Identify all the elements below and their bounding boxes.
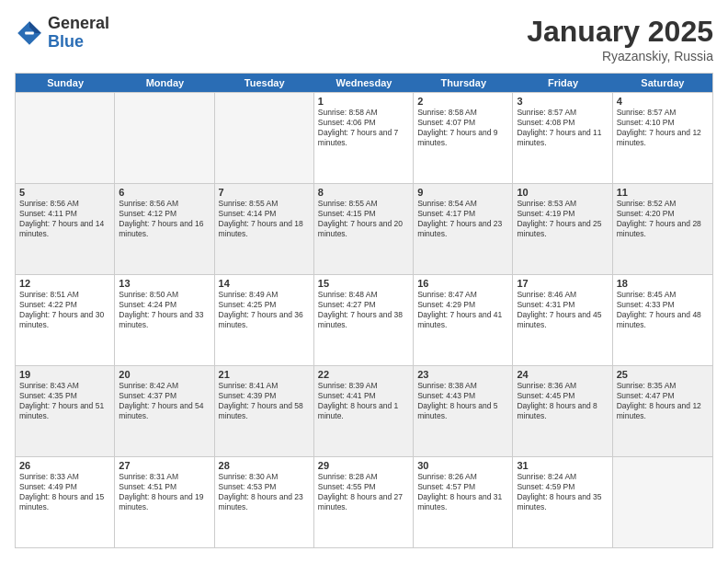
day-number-2-3: 15: [318, 278, 409, 289]
logo-general-text: General: [48, 15, 109, 33]
cal-cell-2-2: 14 Sunrise: 8:49 AMSunset: 4:25 PMDaylig…: [215, 275, 314, 365]
calendar: Sunday Monday Tuesday Wednesday Thursday…: [15, 73, 713, 548]
day-number-0-3: 1: [318, 96, 409, 107]
cal-cell-3-5: 24 Sunrise: 8:36 AMSunset: 4:45 PMDaylig…: [513, 366, 612, 456]
cell-text-3-1: Sunrise: 8:42 AMSunset: 4:37 PMDaylight:…: [119, 381, 210, 421]
cell-text-3-6: Sunrise: 8:35 AMSunset: 4:47 PMDaylight:…: [617, 381, 709, 421]
cell-text-1-6: Sunrise: 8:52 AMSunset: 4:20 PMDaylight:…: [617, 199, 709, 239]
cal-row-2: 12 Sunrise: 8:51 AMSunset: 4:22 PMDaylig…: [16, 274, 712, 365]
cell-text-0-5: Sunrise: 8:57 AMSunset: 4:08 PMDaylight:…: [517, 108, 608, 148]
day-number-2-1: 13: [119, 278, 210, 289]
day-number-2-0: 12: [19, 278, 110, 289]
header-saturday: Saturday: [613, 74, 712, 92]
day-number-1-1: 6: [119, 187, 210, 198]
cell-text-2-2: Sunrise: 8:49 AMSunset: 4:25 PMDaylight:…: [219, 290, 310, 330]
cal-cell-2-3: 15 Sunrise: 8:48 AMSunset: 4:27 PMDaylig…: [314, 275, 414, 365]
svg-rect-2: [25, 31, 34, 34]
cell-text-2-6: Sunrise: 8:45 AMSunset: 4:33 PMDaylight:…: [617, 290, 709, 330]
cell-text-3-3: Sunrise: 8:39 AMSunset: 4:41 PMDaylight:…: [318, 381, 409, 421]
cell-text-4-1: Sunrise: 8:31 AMSunset: 4:51 PMDaylight:…: [119, 472, 210, 512]
cell-text-3-0: Sunrise: 8:43 AMSunset: 4:35 PMDaylight:…: [19, 381, 110, 421]
title-block: January 2025 Ryazanskiy, Russia: [527, 15, 713, 63]
cal-cell-3-3: 22 Sunrise: 8:39 AMSunset: 4:41 PMDaylig…: [314, 366, 414, 456]
cal-row-4: 26 Sunrise: 8:33 AMSunset: 4:49 PMDaylig…: [16, 456, 712, 547]
header-sunday: Sunday: [16, 74, 115, 92]
cell-text-2-0: Sunrise: 8:51 AMSunset: 4:22 PMDaylight:…: [19, 290, 110, 330]
cell-text-0-3: Sunrise: 8:58 AMSunset: 4:06 PMDaylight:…: [318, 108, 409, 148]
cal-cell-3-4: 23 Sunrise: 8:38 AMSunset: 4:43 PMDaylig…: [414, 366, 513, 456]
header: General Blue January 2025 Ryazanskiy, Ru…: [15, 15, 713, 63]
day-number-3-6: 25: [617, 369, 709, 380]
cell-text-1-4: Sunrise: 8:54 AMSunset: 4:17 PMDaylight:…: [417, 199, 508, 239]
day-number-3-0: 19: [19, 369, 110, 380]
cal-cell-0-1: [115, 93, 214, 183]
cal-cell-3-2: 21 Sunrise: 8:41 AMSunset: 4:39 PMDaylig…: [215, 366, 314, 456]
cell-text-1-2: Sunrise: 8:55 AMSunset: 4:14 PMDaylight:…: [219, 199, 310, 239]
cal-cell-2-1: 13 Sunrise: 8:50 AMSunset: 4:24 PMDaylig…: [115, 275, 214, 365]
logo-text: General Blue: [48, 15, 109, 52]
cell-text-4-3: Sunrise: 8:28 AMSunset: 4:55 PMDaylight:…: [318, 472, 409, 512]
location: Ryazanskiy, Russia: [527, 49, 713, 63]
month-title: January 2025: [527, 15, 713, 49]
cal-cell-0-6: 4 Sunrise: 8:57 AMSunset: 4:10 PMDayligh…: [613, 93, 712, 183]
cell-text-3-5: Sunrise: 8:36 AMSunset: 4:45 PMDaylight:…: [517, 381, 608, 421]
cell-text-3-4: Sunrise: 8:38 AMSunset: 4:43 PMDaylight:…: [417, 381, 508, 421]
cal-cell-1-5: 10 Sunrise: 8:53 AMSunset: 4:19 PMDaylig…: [513, 184, 612, 274]
day-number-4-1: 27: [119, 460, 210, 471]
logo-icon: [15, 18, 44, 48]
day-number-1-3: 8: [318, 187, 409, 198]
cell-text-4-2: Sunrise: 8:30 AMSunset: 4:53 PMDaylight:…: [219, 472, 310, 512]
cal-cell-4-3: 29 Sunrise: 8:28 AMSunset: 4:55 PMDaylig…: [314, 457, 414, 547]
cal-cell-2-4: 16 Sunrise: 8:47 AMSunset: 4:29 PMDaylig…: [414, 275, 513, 365]
cell-text-2-4: Sunrise: 8:47 AMSunset: 4:29 PMDaylight:…: [417, 290, 508, 330]
cal-cell-3-6: 25 Sunrise: 8:35 AMSunset: 4:47 PMDaylig…: [613, 366, 712, 456]
cal-cell-0-3: 1 Sunrise: 8:58 AMSunset: 4:06 PMDayligh…: [314, 93, 414, 183]
cell-text-4-4: Sunrise: 8:26 AMSunset: 4:57 PMDaylight:…: [417, 472, 508, 512]
cal-cell-1-4: 9 Sunrise: 8:54 AMSunset: 4:17 PMDayligh…: [414, 184, 513, 274]
cell-text-2-3: Sunrise: 8:48 AMSunset: 4:27 PMDaylight:…: [318, 290, 409, 330]
day-number-1-0: 5: [19, 187, 110, 198]
cell-text-2-1: Sunrise: 8:50 AMSunset: 4:24 PMDaylight:…: [119, 290, 210, 330]
cal-cell-4-6: [613, 457, 712, 547]
cal-cell-2-5: 17 Sunrise: 8:46 AMSunset: 4:31 PMDaylig…: [513, 275, 612, 365]
cal-cell-0-2: [215, 93, 314, 183]
day-number-0-4: 2: [417, 96, 508, 107]
calendar-body: 1 Sunrise: 8:58 AMSunset: 4:06 PMDayligh…: [16, 92, 712, 547]
cal-cell-4-1: 27 Sunrise: 8:31 AMSunset: 4:51 PMDaylig…: [115, 457, 214, 547]
header-tuesday: Tuesday: [215, 74, 314, 92]
day-number-2-6: 18: [617, 278, 709, 289]
cell-text-0-4: Sunrise: 8:58 AMSunset: 4:07 PMDaylight:…: [417, 108, 508, 148]
cal-cell-2-6: 18 Sunrise: 8:45 AMSunset: 4:33 PMDaylig…: [613, 275, 712, 365]
cell-text-1-0: Sunrise: 8:56 AMSunset: 4:11 PMDaylight:…: [19, 199, 110, 239]
day-number-3-3: 22: [318, 369, 409, 380]
cell-text-1-3: Sunrise: 8:55 AMSunset: 4:15 PMDaylight:…: [318, 199, 409, 239]
header-friday: Friday: [513, 74, 612, 92]
header-thursday: Thursday: [414, 74, 513, 92]
day-number-1-2: 7: [219, 187, 310, 198]
cal-cell-3-1: 20 Sunrise: 8:42 AMSunset: 4:37 PMDaylig…: [115, 366, 214, 456]
day-number-4-5: 31: [517, 460, 608, 471]
day-number-4-0: 26: [19, 460, 110, 471]
day-number-3-4: 23: [417, 369, 508, 380]
cal-cell-0-5: 3 Sunrise: 8:57 AMSunset: 4:08 PMDayligh…: [513, 93, 612, 183]
cell-text-3-2: Sunrise: 8:41 AMSunset: 4:39 PMDaylight:…: [219, 381, 310, 421]
day-number-4-4: 30: [417, 460, 508, 471]
day-number-1-4: 9: [417, 187, 508, 198]
cal-cell-4-0: 26 Sunrise: 8:33 AMSunset: 4:49 PMDaylig…: [16, 457, 115, 547]
cal-cell-1-3: 8 Sunrise: 8:55 AMSunset: 4:15 PMDayligh…: [314, 184, 414, 274]
cal-cell-1-0: 5 Sunrise: 8:56 AMSunset: 4:11 PMDayligh…: [16, 184, 115, 274]
day-number-4-3: 29: [318, 460, 409, 471]
day-number-0-5: 3: [517, 96, 608, 107]
header-wednesday: Wednesday: [314, 74, 414, 92]
cal-cell-1-1: 6 Sunrise: 8:56 AMSunset: 4:12 PMDayligh…: [115, 184, 214, 274]
cal-cell-1-6: 11 Sunrise: 8:52 AMSunset: 4:20 PMDaylig…: [613, 184, 712, 274]
day-number-1-6: 11: [617, 187, 709, 198]
cell-text-1-1: Sunrise: 8:56 AMSunset: 4:12 PMDaylight:…: [119, 199, 210, 239]
day-number-4-2: 28: [219, 460, 310, 471]
cal-cell-4-2: 28 Sunrise: 8:30 AMSunset: 4:53 PMDaylig…: [215, 457, 314, 547]
cal-cell-4-5: 31 Sunrise: 8:24 AMSunset: 4:59 PMDaylig…: [513, 457, 612, 547]
cal-row-1: 5 Sunrise: 8:56 AMSunset: 4:11 PMDayligh…: [16, 183, 712, 274]
day-number-2-4: 16: [417, 278, 508, 289]
day-number-2-2: 14: [219, 278, 310, 289]
day-number-3-1: 20: [119, 369, 210, 380]
